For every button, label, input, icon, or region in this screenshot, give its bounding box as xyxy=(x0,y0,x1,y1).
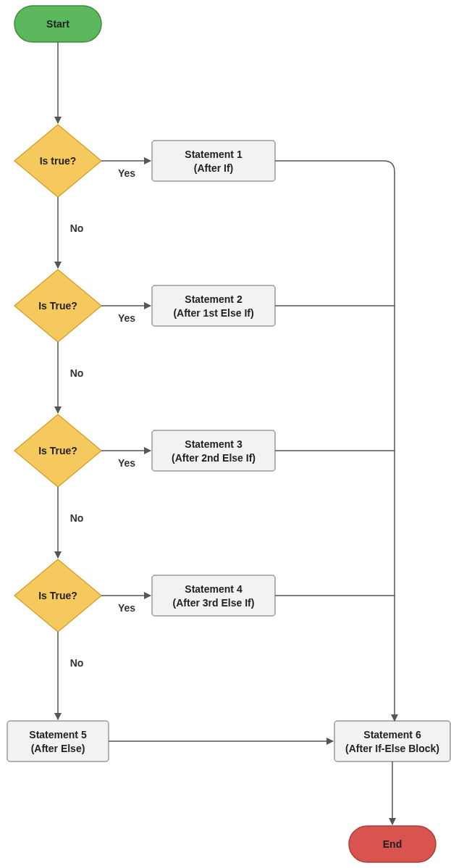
svg-rect-4 xyxy=(152,285,275,326)
decision-1: Is true? xyxy=(14,125,101,197)
edge-d1-yes-label: Yes xyxy=(118,167,135,179)
edge-d2-yes-label: Yes xyxy=(118,312,135,324)
edge-d1-no-label: No xyxy=(70,222,84,234)
statement-6: Statement 6 (After If-Else Block) xyxy=(334,721,450,761)
statement-1: Statement 1 (After If) xyxy=(152,141,275,181)
statement-2-line1: Statement 2 xyxy=(185,293,243,305)
statement-6-line2: (After If-Else Block) xyxy=(345,743,439,754)
svg-rect-10 xyxy=(334,721,450,761)
decision-1-label: Is true? xyxy=(40,155,77,167)
decision-2-label: Is True? xyxy=(38,300,77,312)
end-label: End xyxy=(383,838,402,850)
start-node: Start xyxy=(14,6,101,42)
flowchart-canvas: Start Is true? Yes No Statement 1 (After… xyxy=(0,0,451,868)
statement-3-line2: (After 2nd Else If) xyxy=(172,452,256,464)
edge-d4-yes-label: Yes xyxy=(118,602,135,614)
svg-rect-9 xyxy=(7,721,109,761)
decision-4-label: Is True? xyxy=(38,590,77,601)
statement-5: Statement 5 (After Else) xyxy=(7,721,109,761)
decision-3: Is True? xyxy=(14,414,101,487)
svg-rect-2 xyxy=(152,141,275,181)
statement-6-line1: Statement 6 xyxy=(363,729,421,740)
statement-3-line1: Statement 3 xyxy=(185,438,243,450)
start-label: Start xyxy=(46,18,69,30)
statement-4-line1: Statement 4 xyxy=(185,583,243,595)
statement-3: Statement 3 (After 2nd Else If) xyxy=(152,430,275,471)
statement-1-line1: Statement 1 xyxy=(185,149,243,160)
statement-2: Statement 2 (After 1st Else If) xyxy=(152,285,275,326)
decision-3-label: Is True? xyxy=(38,445,77,456)
svg-rect-8 xyxy=(152,575,275,616)
edge-d3-no-label: No xyxy=(70,512,84,524)
edge-d3-yes-label: Yes xyxy=(118,457,135,469)
decision-4: Is True? xyxy=(14,559,101,632)
end-node: End xyxy=(349,826,436,862)
decision-2: Is True? xyxy=(14,270,101,342)
statement-4-line2: (After 3rd Else If) xyxy=(173,597,255,609)
statement-4: Statement 4 (After 3rd Else If) xyxy=(152,575,275,616)
statement-1-line2: (After If) xyxy=(194,162,233,174)
statement-5-line1: Statement 5 xyxy=(29,729,87,740)
edge-d2-no-label: No xyxy=(70,367,84,379)
svg-rect-6 xyxy=(152,430,275,471)
edge-d4-no-label: No xyxy=(70,657,84,669)
statement-5-line2: (After Else) xyxy=(31,743,85,754)
statement-2-line2: (After 1st Else If) xyxy=(173,307,253,319)
